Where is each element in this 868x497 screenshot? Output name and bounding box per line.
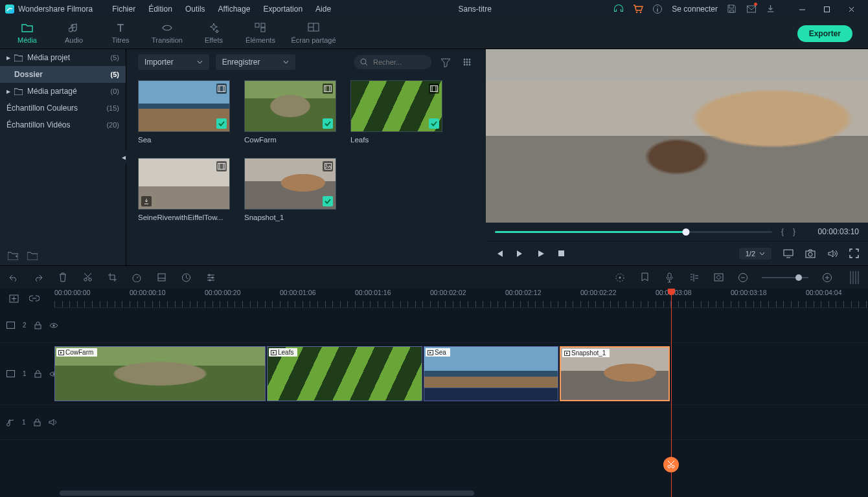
timeline-ruler[interactable]: 00:00:00:0000:00:00:1000:00:00:2000:00:0… xyxy=(54,289,868,308)
menu-help[interactable]: Aide xyxy=(310,2,336,16)
lock-icon[interactable] xyxy=(34,370,41,378)
tab-effects-label: Effets xyxy=(205,36,223,44)
tab-transition[interactable]: Transition xyxy=(144,20,190,47)
timeline-clip[interactable]: Leafs xyxy=(267,346,422,401)
svg-point-10 xyxy=(464,59,466,61)
document-title: Sans-titre xyxy=(340,5,610,14)
record-dropdown[interactable]: Enregistrer xyxy=(216,54,296,70)
cart-icon[interactable] xyxy=(633,4,643,14)
tab-audio[interactable]: Audio xyxy=(51,20,97,47)
resolution-dropdown[interactable]: 1/2 xyxy=(739,248,771,260)
tab-titles[interactable]: Titres xyxy=(97,20,144,47)
mark-in-icon[interactable]: { xyxy=(781,227,784,236)
next-frame-button[interactable] xyxy=(516,249,525,258)
lock-icon[interactable] xyxy=(34,419,41,426)
menu-file[interactable]: Fichier xyxy=(107,2,141,16)
color-icon[interactable] xyxy=(155,272,167,282)
audio-meter[interactable] xyxy=(850,271,860,284)
tab-splitscreen[interactable]: Écran partagé xyxy=(284,20,343,47)
mail-icon[interactable] xyxy=(746,4,757,14)
tab-elements[interactable]: Éléments xyxy=(237,20,284,47)
info-icon[interactable] xyxy=(652,4,663,14)
filter-icon[interactable] xyxy=(438,55,453,70)
timeline-clip[interactable]: Snapshot_1 xyxy=(560,346,670,401)
sidebar-item-shared-media[interactable]: ▸ Média partagé (0) xyxy=(0,83,126,100)
timeline-scrollbar[interactable] xyxy=(60,491,474,496)
svg-rect-26 xyxy=(784,250,793,256)
redo-icon[interactable] xyxy=(32,273,44,282)
menu-view[interactable]: Affichage xyxy=(213,2,256,16)
grid-view-icon[interactable] xyxy=(460,55,474,69)
play-button[interactable] xyxy=(536,249,545,258)
cut-icon[interactable] xyxy=(82,272,93,282)
render-icon[interactable] xyxy=(614,272,626,283)
preview-scrub-track[interactable] xyxy=(495,231,772,233)
sidebar-item-project-media[interactable]: ▸ Média projet (5) xyxy=(0,49,126,66)
signin-link[interactable]: Se connecter xyxy=(672,5,718,14)
auto-ripple-icon[interactable] xyxy=(9,294,19,303)
support-icon[interactable] xyxy=(613,4,624,14)
delete-icon[interactable] xyxy=(57,272,69,282)
window-minimize[interactable] xyxy=(790,0,814,18)
tab-media[interactable]: Média xyxy=(4,20,51,47)
fullscreen-icon[interactable] xyxy=(849,248,859,258)
lock-icon[interactable] xyxy=(34,322,41,329)
save-icon[interactable] xyxy=(727,4,737,14)
new-folder-icon[interactable] xyxy=(8,251,18,260)
download-icon[interactable] xyxy=(766,4,776,14)
svg-point-36 xyxy=(209,279,211,281)
timeline-clip[interactable]: Sea xyxy=(424,346,558,401)
preview-panel: { } 00:00:03:10 1/2 xyxy=(486,49,868,265)
track-a1: 1 xyxy=(0,405,868,440)
preview-viewport[interactable] xyxy=(486,49,868,223)
media-thumb[interactable]: CowFarm xyxy=(244,80,336,144)
prev-frame-button[interactable] xyxy=(495,249,504,258)
search-box[interactable] xyxy=(354,55,431,69)
mixer-icon[interactable] xyxy=(688,273,700,282)
sidebar-item-folder[interactable]: Dossier (5) xyxy=(0,66,126,83)
menu-edit[interactable]: Édition xyxy=(143,2,177,16)
ruler-tick: 00:00:03:18 xyxy=(731,289,766,296)
zoom-in-icon[interactable] xyxy=(821,272,833,283)
export-button[interactable]: Exporter xyxy=(797,25,852,42)
stop-button[interactable] xyxy=(557,249,565,258)
mark-out-icon[interactable]: } xyxy=(793,227,795,236)
playhead[interactable] xyxy=(671,289,672,497)
keyframe-icon[interactable] xyxy=(713,273,724,282)
menu-tools[interactable]: Outils xyxy=(180,2,211,16)
media-thumb[interactable]: Leafs xyxy=(350,80,442,144)
zoom-slider[interactable] xyxy=(762,277,808,278)
volume-icon[interactable] xyxy=(827,249,838,258)
zoom-out-icon[interactable] xyxy=(737,272,749,283)
media-thumb[interactable]: Sea xyxy=(138,80,230,144)
search-input[interactable] xyxy=(372,58,424,67)
import-dropdown[interactable]: Importer xyxy=(138,54,209,70)
video-type-icon xyxy=(216,83,227,94)
crop-icon[interactable] xyxy=(106,272,118,282)
split-button[interactable] xyxy=(663,457,679,472)
settings-icon[interactable] xyxy=(205,273,216,282)
voiceover-icon[interactable] xyxy=(663,272,675,283)
svg-rect-20 xyxy=(325,86,332,92)
snapshot-icon[interactable] xyxy=(805,249,816,258)
display-icon[interactable] xyxy=(783,249,794,258)
media-thumb[interactable]: Snapshot_1 xyxy=(244,158,336,221)
check-icon xyxy=(216,118,227,129)
speed-icon[interactable] xyxy=(131,273,143,282)
sidebar-collapse-handle[interactable]: ◂ xyxy=(120,150,127,164)
menu-export[interactable]: Exportation xyxy=(258,2,308,16)
sidebar-item-video-samples[interactable]: Échantillon Vidéos (20) xyxy=(0,116,126,133)
marker-icon[interactable] xyxy=(639,272,650,282)
media-thumb[interactable]: SeineRiverwithEiffelTow... xyxy=(138,158,230,221)
preview-timecode: 00:00:03:10 xyxy=(805,227,859,236)
link-icon[interactable] xyxy=(29,294,40,302)
tab-effects[interactable]: Effets xyxy=(190,20,237,47)
undo-icon[interactable] xyxy=(8,273,19,282)
window-maximize[interactable] xyxy=(815,0,838,18)
sidebar-item-color-samples[interactable]: Échantillon Couleurs (15) xyxy=(0,100,126,116)
timeline-clip[interactable]: CowFarm xyxy=(54,346,266,401)
svg-point-1 xyxy=(640,12,641,13)
duration-icon[interactable] xyxy=(180,272,192,282)
open-folder-icon[interactable] xyxy=(27,251,38,260)
window-close[interactable] xyxy=(839,0,863,18)
